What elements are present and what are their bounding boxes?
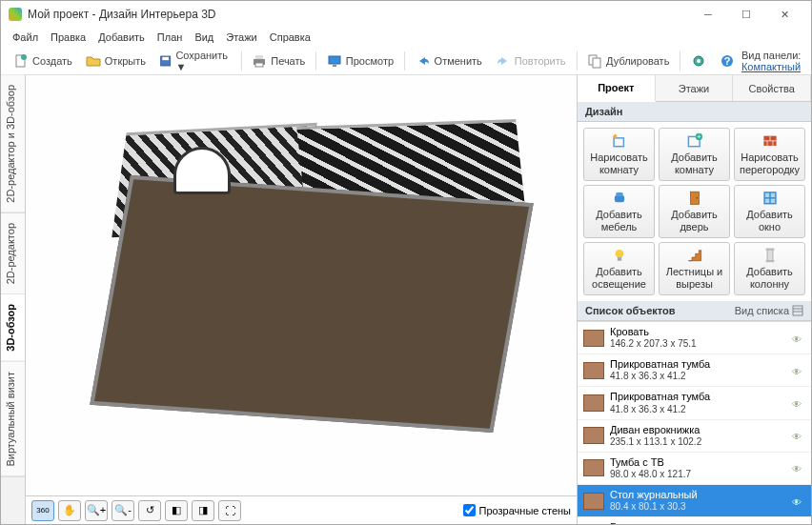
svg-rect-5 [255, 55, 263, 59]
list-view-label: Вид списка [735, 305, 789, 316]
visibility-eye-icon[interactable] [792, 496, 805, 506]
minimize-button[interactable]: ─ [689, 2, 727, 27]
camera-left-tool[interactable]: ◧ [165, 500, 188, 521]
help-icon: ? [720, 53, 735, 69]
duplicate-button[interactable]: Дублировать [580, 50, 676, 71]
add-furniture-button[interactable]: Добавить мебель [583, 185, 655, 238]
preview-button[interactable]: Просмотр [320, 50, 400, 71]
object-list-item[interactable]: Газовая плита51.0 x 62.1 x 86.0 [578, 517, 811, 524]
visibility-eye-icon[interactable] [792, 398, 805, 408]
objects-section-title: Список объектов [585, 305, 675, 316]
object-list-item[interactable]: Прикроватная тумба41.8 x 36.3 x 41.2 [578, 354, 811, 387]
floppy-icon [159, 53, 172, 69]
stairs-icon [684, 247, 705, 264]
tab-3d[interactable]: 3D-обзор [1, 294, 25, 362]
object-name: Кровать [610, 326, 786, 338]
object-list-item[interactable]: Кровать146.2 x 207.3 x 75.1 [578, 322, 811, 354]
tab-properties[interactable]: Свойства [733, 75, 811, 101]
pan-tool[interactable]: ✋ [58, 500, 81, 521]
svg-point-27 [696, 197, 697, 198]
visibility-eye-icon[interactable] [792, 463, 805, 473]
add-room-icon: + [684, 132, 705, 150]
visibility-eye-icon[interactable] [792, 431, 805, 440]
rotate-360-tool[interactable]: 360 [31, 500, 54, 521]
object-thumbnail [583, 427, 604, 444]
add-furniture-label: Добавить мебель [586, 209, 652, 233]
stairs-button[interactable]: Лестницы и вырезы [659, 242, 730, 295]
reset-view-tool[interactable]: ↺ [138, 500, 161, 521]
objects-list[interactable]: Кровать146.2 x 207.3 x 75.1Прикроватная … [578, 321, 811, 524]
column-icon [760, 247, 781, 264]
add-column-button[interactable]: Добавить колонну [734, 242, 805, 295]
menu-help[interactable]: Справка [264, 30, 316, 45]
save-button[interactable]: Сохранить ▼ [152, 47, 237, 75]
svg-point-31 [615, 250, 623, 258]
open-button[interactable]: Открыть [79, 50, 152, 71]
zoom-out-tool[interactable]: 🔍- [112, 500, 134, 521]
menu-view[interactable]: Вид [189, 30, 219, 45]
create-button[interactable]: Создать [7, 50, 79, 71]
zoom-in-tool[interactable]: 🔍+ [85, 500, 108, 521]
add-lighting-button[interactable]: Добавить освещение [583, 242, 655, 295]
object-dimensions: 235.1 x 113.1 x 102.2 [610, 436, 786, 448]
list-view-toggle[interactable]: Вид списка [735, 305, 803, 316]
object-text: Тумба с ТВ98.0 x 48.0 x 121.7 [610, 456, 786, 480]
menu-floors[interactable]: Этажи [220, 30, 262, 45]
maximize-button[interactable]: ☐ [727, 2, 765, 27]
undo-icon [416, 53, 431, 69]
object-thumbnail [583, 362, 604, 379]
object-text: Газовая плита51.0 x 62.1 x 86.0 [610, 521, 786, 524]
title-bar: Мой проект - Дизайн Интерьера 3D ─ ☐ ✕ [1, 1, 811, 28]
app-icon [9, 8, 22, 21]
right-panel: Проект Этажи Свойства Дизайн Нарисовать … [578, 75, 811, 524]
object-thumbnail [583, 459, 604, 476]
settings-button[interactable] [684, 50, 713, 71]
menu-plan[interactable]: План [152, 30, 189, 45]
undo-button[interactable]: Отменить [409, 50, 489, 71]
viewport-toolbar: 360 ✋ 🔍+ 🔍- ↺ ◧ ◨ ⛶ Прозрачные стены [26, 495, 577, 524]
add-room-button[interactable]: + Добавить комнату [659, 128, 730, 181]
redo-button[interactable]: Повторить [489, 50, 573, 71]
menu-add[interactable]: Добавить [92, 30, 151, 45]
tab-project[interactable]: Проект [578, 75, 656, 102]
object-name: Газовая плита [610, 521, 786, 524]
tab-virtual[interactable]: Виртуальный визит [1, 362, 25, 477]
object-list-item[interactable]: Прикроватная тумба41.8 x 36.3 x 41.2 [578, 387, 811, 419]
object-list-item[interactable]: Стол журнальный80.4 x 80.1 x 30.3 [578, 485, 811, 517]
svg-rect-8 [333, 65, 336, 67]
close-button[interactable]: ✕ [765, 2, 803, 27]
visibility-eye-icon[interactable] [792, 333, 805, 343]
print-label: Печать [271, 55, 305, 67]
object-thumbnail [583, 394, 604, 412]
fit-view-tool[interactable]: ⛶ [218, 500, 241, 521]
object-list-item[interactable]: Тумба с ТВ98.0 x 48.0 x 121.7 [578, 453, 811, 485]
add-door-button[interactable]: Добавить дверь [659, 185, 730, 238]
draw-room-label: Нарисовать комнату [586, 151, 652, 176]
add-window-button[interactable]: Добавить окно [734, 185, 805, 238]
undo-label: Отменить [435, 55, 482, 67]
draw-partition-button[interactable]: Нарисовать перегородку [734, 128, 805, 181]
panel-mode-link[interactable]: Компактный [741, 61, 801, 72]
transparent-walls-checkbox[interactable]: Прозрачные стены [463, 504, 571, 516]
object-text: Прикроватная тумба41.8 x 36.3 x 41.2 [610, 358, 786, 382]
camera-right-tool[interactable]: ◨ [192, 500, 214, 521]
object-thumbnail [583, 330, 604, 347]
object-text: Прикроватная тумба41.8 x 36.3 x 41.2 [610, 391, 786, 414]
menu-edit[interactable]: Правка [45, 30, 91, 45]
object-list-item[interactable]: Диван еврокнижка235.1 x 113.1 x 102.2 [578, 420, 811, 453]
redo-label: Повторить [515, 55, 566, 67]
tab-floors[interactable]: Этажи [656, 75, 734, 101]
add-lighting-label: Добавить освещение [586, 266, 652, 291]
menu-file[interactable]: Файл [7, 30, 44, 45]
draw-room-button[interactable]: Нарисовать комнату [583, 128, 655, 181]
help-button[interactable]: ? [713, 50, 741, 71]
object-dimensions: 41.8 x 36.3 x 41.2 [610, 371, 786, 382]
tab-2d[interactable]: 2D-редактор [1, 213, 25, 294]
svg-text:+: + [697, 132, 701, 141]
object-dimensions: 80.4 x 80.1 x 30.3 [610, 501, 786, 513]
tab-2d-3d[interactable]: 2D-редактор и 3D-обзор [1, 75, 25, 213]
3d-viewport[interactable] [26, 75, 577, 495]
print-button[interactable]: Печать [245, 50, 312, 71]
transparent-walls-input[interactable] [463, 504, 476, 516]
visibility-eye-icon[interactable] [792, 366, 805, 375]
